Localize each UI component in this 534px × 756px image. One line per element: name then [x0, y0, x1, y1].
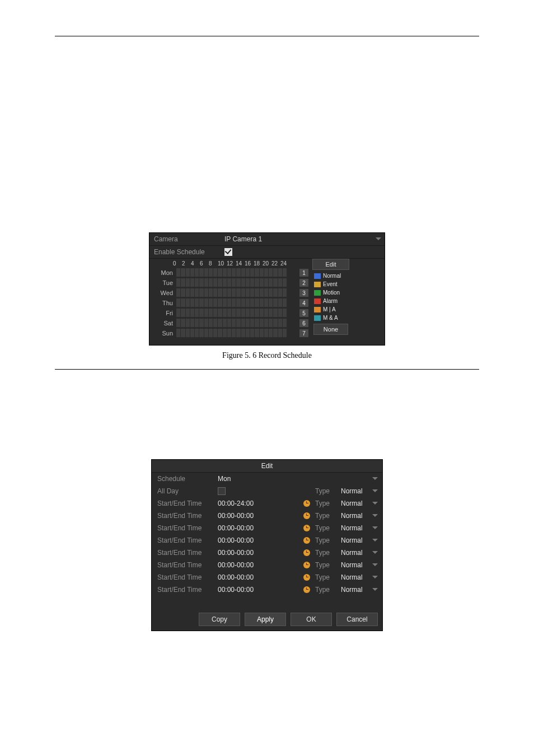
legend-alarm[interactable]: Alarm: [312, 297, 350, 305]
clock-icon[interactable]: [303, 500, 310, 507]
apply-button[interactable]: Apply: [245, 613, 286, 626]
time-row-7: Start/End Time 00:00-00:00 Type Normal: [152, 571, 382, 584]
clock-icon[interactable]: [303, 512, 310, 519]
cancel-button[interactable]: Cancel: [336, 613, 378, 626]
all-day-label: All Day: [152, 487, 218, 495]
all-day-checkbox[interactable]: [218, 487, 226, 495]
chevron-down-icon: [372, 477, 378, 480]
time-row-8: Start/End Time 00:00-00:00 Type Normal: [152, 584, 382, 596]
time-input-8[interactable]: 00:00-00:00: [218, 586, 302, 594]
type-label: Type: [312, 487, 341, 495]
day-row-sun[interactable]: Sun: [149, 328, 289, 338]
time-row-3: Start/End Time 00:00-00:00 Type Normal: [152, 522, 382, 534]
all-day-type-select[interactable]: Normal: [341, 487, 382, 495]
legend-event[interactable]: Event: [312, 280, 350, 288]
series-4[interactable]: 4: [299, 299, 308, 307]
time-input-2[interactable]: 00:00-00:00: [218, 512, 302, 520]
legend-mia-swatch: [314, 307, 321, 312]
schedule-label: Schedule: [152, 475, 218, 483]
chevron-down-icon: [372, 526, 378, 530]
schedule-select-row: Schedule Mon: [152, 473, 382, 485]
dialog-button-bar: Copy Apply OK Cancel: [152, 596, 382, 631]
legend-motion-swatch: [314, 290, 321, 296]
chevron-down-icon: [372, 489, 378, 493]
time-row-6: Start/End Time 00:00-00:00 Type Normal: [152, 559, 382, 571]
all-day-row: All Day Type Normal: [152, 485, 382, 497]
record-schedule-panel: Camera IP Camera 1 Enable Schedule 02468…: [149, 232, 385, 346]
clock-icon[interactable]: [303, 525, 310, 531]
time-input-1[interactable]: 00:00-24:00: [218, 500, 302, 507]
time-row-2: Start/End Time 00:00-00:00 Type Normal: [152, 510, 382, 522]
chevron-down-icon: [372, 588, 378, 591]
clock-icon[interactable]: [303, 549, 310, 556]
type-select-1[interactable]: Normal: [341, 500, 382, 507]
type-select-4[interactable]: Normal: [341, 536, 382, 544]
enable-schedule-row: Enable Schedule: [149, 246, 385, 259]
time-row-1: Start/End Time 00:00-24:00 Type Normal: [152, 497, 382, 510]
type-select-6[interactable]: Normal: [341, 561, 382, 569]
series-1[interactable]: 1: [299, 269, 308, 277]
type-select-7[interactable]: Normal: [341, 573, 382, 581]
legend-normal-swatch: [314, 273, 321, 279]
clock-icon[interactable]: [303, 562, 310, 568]
time-input-6[interactable]: 00:00-00:00: [218, 561, 302, 569]
enable-schedule-label: Enable Schedule: [149, 248, 221, 256]
clock-icon[interactable]: [303, 586, 310, 593]
camera-select[interactable]: IP Camera 1: [221, 235, 385, 243]
schedule-value: Mon: [218, 475, 231, 483]
schedule-grid: 024681012141618202224 Mon Tue Wed Thu Fr…: [149, 259, 385, 345]
series-7[interactable]: 7: [299, 329, 308, 337]
chevron-down-icon: [372, 563, 378, 567]
chevron-down-icon: [372, 514, 378, 517]
type-select-2[interactable]: Normal: [341, 512, 382, 520]
day-row-tue[interactable]: Tue: [149, 278, 289, 288]
chevron-down-icon: [372, 551, 378, 554]
none-button[interactable]: None: [313, 324, 348, 335]
type-select-3[interactable]: Normal: [341, 524, 382, 532]
schedule-select[interactable]: Mon: [218, 475, 382, 483]
edit-schedule-dialog: Edit Schedule Mon All Day Type Normal St…: [151, 459, 383, 631]
series-3[interactable]: 3: [299, 289, 308, 297]
camera-select-row: Camera IP Camera 1: [149, 233, 385, 246]
legend-maa[interactable]: M & A: [312, 314, 350, 322]
legend-motion[interactable]: Motion: [312, 288, 350, 297]
time-input-5[interactable]: 00:00-00:00: [218, 549, 302, 557]
type-select-8[interactable]: Normal: [341, 586, 382, 594]
type-select-5[interactable]: Normal: [341, 549, 382, 557]
day-row-fri[interactable]: Fri: [149, 308, 289, 318]
legend-event-swatch: [314, 282, 321, 287]
series-6[interactable]: 6: [299, 319, 308, 327]
clock-icon[interactable]: [303, 537, 310, 544]
copy-button[interactable]: Copy: [199, 613, 240, 626]
legend-maa-swatch: [314, 315, 321, 321]
hour-ticks: 024681012141618202224: [149, 259, 289, 268]
ok-button[interactable]: OK: [291, 613, 332, 626]
clock-icon[interactable]: [303, 574, 310, 581]
chevron-down-icon: [372, 539, 378, 542]
day-row-thu[interactable]: Thu: [149, 298, 289, 308]
chevron-down-icon: [372, 576, 378, 579]
legend-normal[interactable]: Normal: [312, 272, 350, 280]
figure-5-6-caption: Figure 5. 6 Record Schedule: [55, 351, 479, 360]
legend-alarm-swatch: [314, 298, 321, 304]
page-rule-top: [55, 36, 479, 36]
time-row-5: Start/End Time 00:00-00:00 Type Normal: [152, 547, 382, 559]
chevron-down-icon: [376, 237, 381, 241]
time-input-4[interactable]: 00:00-00:00: [218, 536, 302, 544]
day-row-sat[interactable]: Sat: [149, 318, 289, 328]
time-row-4: Start/End Time 00:00-00:00 Type Normal: [152, 534, 382, 547]
day-row-mon[interactable]: Mon: [149, 268, 289, 278]
enable-schedule-checkbox[interactable]: [224, 248, 232, 256]
chevron-down-icon: [372, 502, 378, 505]
series-2[interactable]: 2: [299, 279, 308, 287]
time-input-7[interactable]: 00:00-00:00: [218, 573, 302, 581]
camera-label: Camera: [149, 235, 221, 243]
page-rule-mid: [55, 369, 479, 370]
time-input-3[interactable]: 00:00-00:00: [218, 524, 302, 532]
edit-schedule-button[interactable]: Edit: [312, 259, 349, 270]
series-5[interactable]: 5: [299, 309, 308, 317]
dialog-title: Edit: [152, 460, 382, 473]
legend-mia[interactable]: M | A: [312, 305, 350, 314]
day-row-wed[interactable]: Wed: [149, 288, 289, 298]
camera-value: IP Camera 1: [221, 235, 262, 243]
